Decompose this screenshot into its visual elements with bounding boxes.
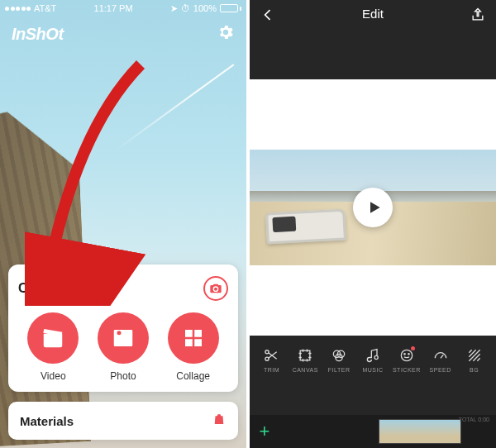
create-card: Create N Video Photo	[8, 265, 238, 392]
materials-button[interactable]: Materials	[8, 402, 238, 440]
chevron-left-icon	[260, 7, 276, 23]
battery-pct: 100%	[193, 3, 217, 13]
tool-filter[interactable]: Filter	[322, 347, 356, 410]
create-option-label: Photo	[110, 370, 136, 382]
tool-speed[interactable]: Speed	[423, 347, 457, 410]
clapperboard-icon	[41, 326, 65, 350]
svg-point-9	[408, 354, 409, 355]
screen-inshot-home: AT&T 11:17 PM ➤ ⏱ 100% InShOt Create N	[0, 0, 246, 448]
materials-label: Materials	[20, 414, 74, 428]
camera-button[interactable]	[203, 276, 228, 301]
tool-label: Music	[362, 367, 383, 373]
collage-icon	[181, 326, 206, 350]
battery-icon	[220, 4, 241, 12]
play-icon	[366, 199, 383, 216]
status-bar: AT&T 11:17 PM ➤ ⏱ 100%	[0, 0, 246, 17]
add-clip-button[interactable]: +	[250, 415, 279, 448]
tool-canvas[interactable]: Canvas	[289, 347, 322, 410]
create-option-photo[interactable]: Photo	[98, 312, 149, 382]
app-logo: InShOt	[12, 25, 64, 44]
signal-icon	[5, 7, 31, 11]
tool-label: Speed	[430, 367, 451, 373]
timeline-total-label: TOTAL 0:00	[459, 417, 489, 422]
music-note-icon	[365, 347, 381, 364]
create-option-collage[interactable]: Collage	[168, 312, 219, 382]
tool-music[interactable]: Music	[356, 347, 390, 410]
create-card-title: Create N	[18, 281, 73, 296]
screen-edit: Edit Trim Canvas	[250, 0, 496, 448]
svg-point-7	[401, 350, 412, 360]
tool-bg[interactable]: BG	[457, 347, 491, 410]
alarm-icon: ⏱	[181, 3, 190, 13]
edit-header: Edit	[250, 0, 496, 79]
app-header: InShOt	[0, 20, 246, 48]
tool-label: Trim	[264, 367, 279, 373]
timeline-clip[interactable]	[379, 419, 461, 444]
svg-point-6	[374, 355, 378, 359]
edit-toolbar: Trim Canvas Filter Music Sticker Spe	[250, 336, 496, 415]
bg-icon	[466, 347, 483, 364]
back-button[interactable]	[260, 7, 276, 26]
tool-label: BG	[470, 367, 479, 373]
gear-icon	[217, 23, 235, 41]
plus-icon: +	[260, 421, 270, 442]
status-time: 11:17 PM	[94, 3, 133, 13]
carrier-label: AT&T	[34, 3, 56, 13]
camera-icon	[209, 282, 222, 295]
scissors-icon	[263, 347, 279, 364]
svg-rect-2	[300, 350, 310, 360]
photo-icon	[111, 326, 136, 350]
edit-title: Edit	[276, 7, 470, 21]
video-preview[interactable]	[250, 150, 496, 265]
timeline[interactable]: + TOTAL 0:00	[250, 415, 496, 448]
status-right: ➤ ⏱ 100%	[170, 3, 241, 14]
filter-icon	[331, 347, 347, 364]
tool-trim[interactable]: Trim	[255, 347, 289, 410]
edit-canvas	[250, 79, 496, 336]
play-button[interactable]	[353, 188, 393, 227]
tool-label: Canvas	[293, 367, 318, 373]
create-option-label: Collage	[176, 370, 210, 382]
share-button[interactable]	[470, 7, 486, 26]
canvas-icon	[297, 347, 313, 364]
share-icon	[470, 7, 486, 23]
tool-label: Filter	[328, 367, 351, 373]
status-left: AT&T	[5, 3, 56, 13]
tool-sticker[interactable]: Sticker	[389, 347, 423, 410]
location-icon: ➤	[170, 3, 178, 14]
create-option-video[interactable]: Video	[27, 312, 79, 382]
create-option-label: Video	[41, 370, 65, 382]
gauge-icon	[432, 347, 449, 364]
shopping-bag-icon	[212, 412, 227, 430]
tool-label: Sticker	[393, 367, 421, 373]
settings-button[interactable]	[217, 23, 235, 45]
svg-point-8	[404, 354, 405, 355]
